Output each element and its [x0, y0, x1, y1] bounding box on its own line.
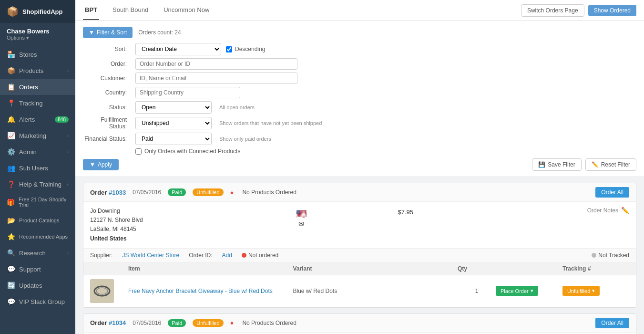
sidebar-item-recommended[interactable]: ⭐ Recommended Apps: [0, 229, 75, 245]
sidebar-item-product-catalogs[interactable]: 📂 Product Catalogs: [0, 212, 75, 229]
sidebar-label-marketing: Marketing: [19, 132, 46, 139]
connected-products-checkbox[interactable]: [135, 148, 142, 155]
switch-orders-button[interactable]: Switch Orders Page: [521, 4, 584, 17]
paid-badge-1034: Paid: [168, 319, 186, 327]
connected-products-label: Only Orders with Connected Products: [144, 148, 240, 155]
status-select[interactable]: Open Closed Any: [135, 101, 212, 114]
main-content: BPT South Bound Uncommon Now Switch Orde…: [75, 0, 644, 334]
order-header-1033: Order #1033 07/05/2016 Paid Unfulfilled …: [83, 183, 636, 202]
apply-icon: ▼: [90, 161, 95, 168]
sidebar-label-products: Products: [19, 67, 43, 74]
col-header-tracking: Tracking #: [562, 265, 629, 272]
status-hint: All open orders: [219, 104, 255, 110]
alerts-icon: 🔔: [7, 115, 15, 123]
not-ordered-dot: [242, 253, 246, 258]
show-ordered-button[interactable]: Show Ordered: [588, 5, 636, 16]
product-qty-bracelet: 1: [458, 288, 496, 294]
not-tracked-label: Not Tracked: [598, 252, 629, 259]
unfulfilled-button-bracelet[interactable]: Unfulfilled ▾: [562, 286, 600, 296]
sidebar-item-alerts[interactable]: 🔔 Alerts 848: [0, 111, 75, 127]
product-name-bracelet: Free Navy Anchor Bracelet Giveaway - Blu…: [128, 287, 293, 294]
customer-address1: 12127 N. Shore Blvd: [90, 216, 204, 225]
reset-filter-button[interactable]: ✏️ Reset Filter: [585, 158, 636, 171]
support-icon: 💬: [7, 265, 15, 273]
fulfillment-filter-label: Fulfillment Status:: [83, 116, 131, 130]
user-name: Chase Bowers: [7, 28, 69, 35]
email-icon: ✉: [298, 220, 304, 228]
financial-filter-label: Financial Status:: [83, 136, 131, 142]
sidebar-item-free-trial[interactable]: 🎁 Free 21 Day Shopify Trial: [0, 192, 75, 212]
sidebar-item-help[interactable]: ❓ Help & Training ‹: [0, 176, 75, 192]
sidebar-label-orders: Orders: [19, 84, 38, 91]
tabs-bar: BPT South Bound Uncommon Now Switch Orde…: [75, 0, 644, 21]
unfulfilled-dropdown-icon: ▾: [592, 288, 595, 294]
sidebar-item-marketing[interactable]: 📈 Marketing ‹: [0, 127, 75, 144]
sidebar-item-sub-users[interactable]: 👥 Sub Users: [0, 160, 75, 176]
order-link-1034[interactable]: #1034: [109, 319, 126, 326]
research-icon: 🔍: [7, 249, 15, 257]
country-input[interactable]: [135, 87, 240, 98]
order-id-add-1033[interactable]: Add: [222, 252, 232, 259]
not-tracked-dot: [592, 253, 596, 258]
sidebar-item-tracking[interactable]: 📍 Tracking: [0, 95, 75, 111]
place-order-button-bracelet[interactable]: Place Order ▾: [496, 286, 538, 296]
filter-sort-button[interactable]: ▼ Filter & Sort: [83, 27, 133, 38]
sidebar-item-research[interactable]: 🔍 Research ‹: [0, 245, 75, 261]
marketing-icon: 📈: [7, 132, 15, 139]
apply-button[interactable]: ▼ Apply: [83, 159, 119, 170]
descending-checkbox[interactable]: [226, 46, 232, 52]
chevron-icon: ‹: [67, 250, 69, 256]
unfulfilled-badge-1033: Unfulfilled: [193, 188, 223, 196]
order-number-1033: Order #1033: [90, 189, 126, 196]
sidebar-logo: 📦 ShopifiedApp: [0, 0, 75, 23]
order-notes-edit-icon-1033[interactable]: ✏️: [621, 207, 629, 214]
sidebar-item-updates[interactable]: 🔄 Updates: [0, 277, 75, 293]
not-ordered-label: Not ordered: [248, 252, 278, 259]
tab-bpt[interactable]: BPT: [83, 0, 99, 20]
sidebar-item-products[interactable]: 📦 Products ‹: [0, 63, 75, 79]
customer-input[interactable]: [135, 73, 297, 84]
product-row-bracelet: Free Navy Anchor Bracelet Giveaway - Blu…: [83, 275, 636, 307]
sidebar-item-stores[interactable]: 🏪 Stores: [0, 46, 75, 63]
user-options[interactable]: Options ▾: [7, 35, 69, 41]
supplier-row-1033: Supplier: JS World Center Store Order ID…: [83, 249, 636, 262]
status-filter-label: Status:: [83, 104, 131, 111]
order-number-1034: Order #1034: [90, 319, 126, 326]
product-variant-bracelet: Blue w/ Red Dots: [293, 288, 458, 294]
chevron-icon: ‹: [67, 149, 69, 155]
tab-south-bound[interactable]: South Bound: [111, 0, 150, 20]
place-order-dropdown-icon: ▾: [531, 288, 533, 294]
sidebar-item-vip-slack[interactable]: 💬 VIP Slack Group: [0, 293, 75, 310]
supplier-name-1033[interactable]: JS World Center Store: [122, 252, 179, 259]
save-filter-button[interactable]: 💾 Save Filter: [532, 158, 581, 171]
fulfillment-select[interactable]: Unshipped Shipped Any: [135, 117, 212, 129]
order-filter-label: Order:: [83, 61, 131, 67]
customer-name: Jo Downing: [90, 207, 204, 216]
recommended-icon: ⭐: [7, 233, 15, 240]
financial-select[interactable]: Paid Unpaid Any: [135, 133, 212, 145]
orders-count: Orders count: 24: [138, 29, 181, 36]
tracking-icon: 📍: [7, 99, 15, 107]
sidebar-label-alerts: Alerts: [19, 116, 35, 123]
order-notes-area-1033: Order Notes ✏️: [436, 207, 630, 214]
product-link-bracelet[interactable]: Free Navy Anchor Bracelet Giveaway - Blu…: [128, 288, 273, 294]
order-input[interactable]: [135, 58, 297, 70]
order-link-1033[interactable]: #1033: [109, 189, 126, 196]
order-all-button-1034[interactable]: Order All: [595, 318, 629, 328]
sort-select[interactable]: Creation Date Order Number Customer Name: [135, 43, 221, 55]
sidebar-item-admin[interactable]: ⚙️ Admin ‹: [0, 144, 75, 160]
order-all-button-1033[interactable]: Order All: [595, 187, 629, 198]
sidebar-label-support: Support: [19, 266, 41, 273]
filter-area: ▼ Filter & Sort Orders count: 24 Sort: C…: [75, 21, 644, 177]
sidebar-item-support[interactable]: 💬 Support: [0, 261, 75, 277]
stores-icon: 🏪: [7, 51, 15, 58]
sidebar-item-orders[interactable]: 📋 Orders: [0, 79, 75, 95]
save-icon: 💾: [538, 161, 545, 168]
descending-row: Descending: [226, 46, 265, 52]
not-tracked-1033: Not Tracked: [592, 252, 629, 259]
order-id-label: Order ID:: [189, 252, 212, 259]
orders-content: Order #1033 07/05/2016 Paid Unfulfilled …: [75, 177, 644, 334]
tab-uncommon-now[interactable]: Uncommon Now: [162, 0, 211, 20]
col-header-place-order: [496, 265, 562, 272]
order-date-1033: 07/05/2016: [133, 189, 161, 196]
